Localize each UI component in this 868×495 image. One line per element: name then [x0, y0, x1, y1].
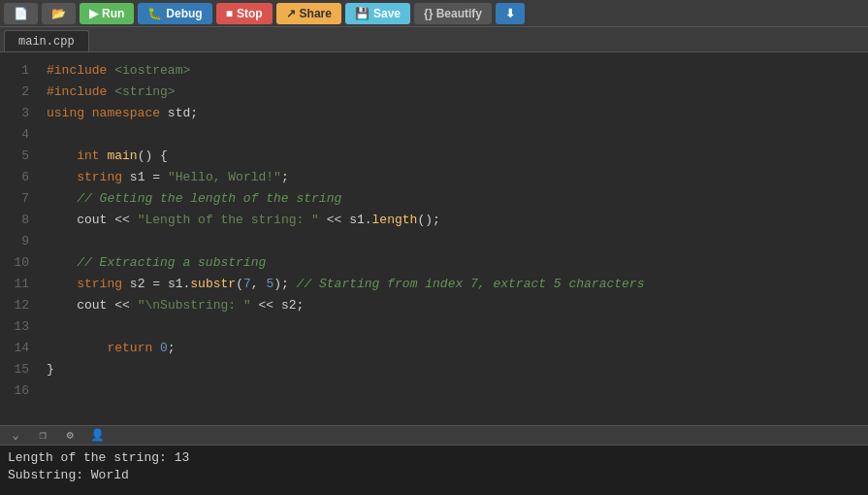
run-button[interactable]: ▶ Run [80, 3, 134, 24]
debug-icon: 🐛 [147, 7, 162, 20]
console-line-1: Length of the string: 13 [8, 449, 860, 467]
console-line-2: Substring: World [8, 467, 860, 484]
save-icon: 💾 [355, 7, 370, 20]
user-icon[interactable]: 👤 [89, 428, 105, 444]
expand-icon[interactable]: ❐ [35, 428, 50, 444]
chevron-down-icon[interactable]: ⌄ [8, 428, 23, 444]
status-bar: ⌄ ❐ ⚙ 👤 [0, 425, 868, 445]
stop-button[interactable]: ■ Stop [216, 3, 273, 24]
tab-bar: main.cpp [0, 27, 868, 52]
share-icon: ↗ [286, 7, 296, 20]
console-output: Length of the string: 13 Substring: Worl… [0, 445, 868, 495]
debug-button[interactable]: 🐛 Debug [138, 3, 211, 24]
code-area[interactable]: #include <iostream> #include <string> us… [39, 52, 868, 425]
beautify-button[interactable]: {} Beautify [414, 3, 492, 24]
run-icon: ▶ [89, 7, 98, 20]
line-numbers: 1 2 3 4 5 6 7 8 9 10 11 12 13 14 15 16 [0, 52, 39, 425]
share-button[interactable]: ↗ Share [276, 3, 341, 24]
tab-main-cpp[interactable]: main.cpp [4, 30, 89, 51]
download-icon: ⬇ [505, 7, 515, 20]
new-icon: 📄 [14, 7, 28, 20]
stop-icon: ■ [226, 7, 233, 20]
toolbar: 📄 📂 ▶ Run 🐛 Debug ■ Stop ↗ Share 💾 Save … [0, 0, 868, 27]
save-button[interactable]: 💾 Save [345, 3, 410, 24]
new-button[interactable]: 📄 [4, 3, 38, 24]
download-button[interactable]: ⬇ [496, 3, 525, 24]
settings-icon[interactable]: ⚙ [62, 428, 78, 444]
editor: 1 2 3 4 5 6 7 8 9 10 11 12 13 14 15 16 #… [0, 52, 868, 425]
open-icon: 📂 [51, 7, 66, 20]
open-button[interactable]: 📂 [42, 3, 76, 24]
